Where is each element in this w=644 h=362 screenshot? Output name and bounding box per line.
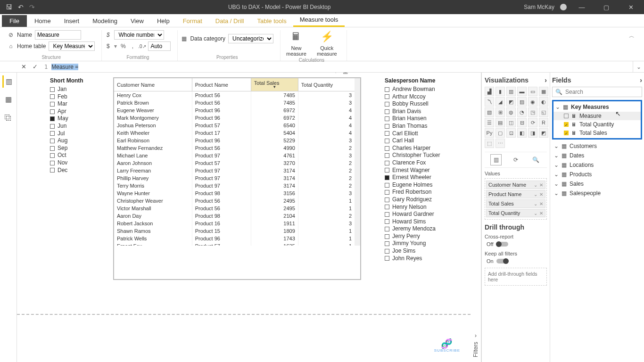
table-row[interactable]: Terry MorrisProduct 9731742 <box>114 182 355 189</box>
sp-item[interactable]: Fred Robertson <box>385 189 455 196</box>
close-button[interactable]: ✕ <box>621 0 640 14</box>
field-total-sales[interactable]: 🖩 Total Sales <box>553 129 641 137</box>
checkbox[interactable] <box>385 212 389 217</box>
viz-type-17[interactable]: ◱ <box>539 107 548 117</box>
fields-tab-icon[interactable]: ▥ <box>490 154 502 165</box>
drill-through-dropzone[interactable]: Add drill-through fields here <box>485 268 547 286</box>
checkbox[interactable] <box>50 139 55 143</box>
checkbox[interactable] <box>385 124 389 129</box>
checkbox[interactable] <box>50 124 55 129</box>
checkbox[interactable] <box>50 146 55 151</box>
value-pill-total-quantity[interactable]: Total Quantity⌄✕ <box>486 209 545 217</box>
data-category-select[interactable]: Uncategorized <box>228 34 273 43</box>
sp-item[interactable]: Jerry Perry <box>385 233 455 240</box>
comma-icon[interactable]: , <box>129 43 136 49</box>
format-select[interactable]: Whole number <box>114 30 164 40</box>
table-row[interactable]: Matthew FernandezProduct 5649902 <box>114 144 355 152</box>
table-row[interactable]: Patrick BrownProduct 5674853 <box>114 99 355 107</box>
filters-pane-collapsed[interactable]: Filters › <box>471 73 481 362</box>
table-row[interactable]: Aaron DayProduct 9821042 <box>114 212 355 220</box>
values-well[interactable]: Customer Name⌄✕Product Name⌄✕Total Sales… <box>485 178 547 220</box>
sp-item[interactable]: Bobby Russell <box>385 100 455 108</box>
tab-measure-tools[interactable]: Measure tools <box>293 14 345 27</box>
remove-icon[interactable]: ✕ <box>539 211 543 216</box>
remove-icon[interactable]: ✕ <box>539 182 543 188</box>
tab-home[interactable]: Home <box>28 15 58 27</box>
measure-name-input[interactable] <box>35 30 81 40</box>
chevron-down-icon[interactable]: ⌄ <box>554 152 559 159</box>
viz-type-30[interactable]: ⬚ <box>485 139 494 148</box>
checkbox[interactable] <box>385 256 389 261</box>
viz-type-14[interactable]: ◍ <box>506 107 516 117</box>
filter-icon[interactable]: ⧩ <box>333 73 338 74</box>
restore-button[interactable]: ▢ <box>597 0 616 14</box>
viz-type-20[interactable]: ◫ <box>506 118 516 127</box>
chevron-down-icon[interactable]: ⌄ <box>534 192 537 197</box>
minimize-button[interactable]: — <box>572 0 591 14</box>
table-locations[interactable]: ⌄▦Locations <box>552 160 642 170</box>
chevron-down-icon[interactable]: ⌄ <box>554 143 559 149</box>
viz-type-10[interactable]: ◉ <box>528 97 537 107</box>
col-product-name[interactable]: Product Name <box>192 78 251 91</box>
checkbox[interactable] <box>385 146 389 151</box>
value-pill-customer-name[interactable]: Customer Name⌄✕ <box>486 181 545 189</box>
checkbox[interactable] <box>50 87 55 92</box>
sp-item[interactable]: Brian Thomas <box>385 123 455 130</box>
more-options-icon[interactable]: ⋯ <box>353 73 358 74</box>
viz-type-5[interactable]: ▦ <box>539 87 548 96</box>
month-item-Jun[interactable]: Jun <box>50 123 102 130</box>
new-measure-button[interactable]: 🖩 New measure <box>283 30 309 57</box>
checkbox-checked[interactable] <box>564 131 569 135</box>
month-item-Dec[interactable]: Dec <box>50 167 102 174</box>
table-customers[interactable]: ⌄▦Customers <box>552 141 642 151</box>
checkbox[interactable] <box>385 102 389 107</box>
model-view-button[interactable]: ⿻ <box>2 111 15 123</box>
table-salespeople[interactable]: ⌄▦Salespeople <box>552 189 642 198</box>
viz-type-28[interactable]: ◨ <box>528 128 537 138</box>
checkbox[interactable] <box>50 116 55 121</box>
viz-type-11[interactable]: ◐ <box>539 97 548 107</box>
checkbox[interactable] <box>50 131 55 136</box>
viz-type-23[interactable]: R <box>539 118 548 127</box>
col-customer-name[interactable]: Customer Name <box>114 78 192 91</box>
viz-type-12[interactable]: ▧ <box>485 107 494 117</box>
chevron-down-icon[interactable]: ⌄ <box>555 104 560 110</box>
scrollbar-thumb[interactable] <box>355 79 360 107</box>
table-products[interactable]: ⌄▦Products <box>552 170 642 179</box>
checkbox[interactable] <box>50 102 55 107</box>
percent-icon[interactable]: % <box>120 43 126 49</box>
checkbox[interactable] <box>385 183 389 188</box>
month-item-May[interactable]: May <box>50 115 102 123</box>
viz-type-19[interactable]: ▤ <box>495 118 505 127</box>
table-row[interactable]: Earl RobinsonProduct 9652293 <box>114 137 355 144</box>
col-total-quantity[interactable]: Total Quantity <box>298 78 355 91</box>
sp-item[interactable]: Gary Rodriguez <box>385 196 455 204</box>
sp-item[interactable]: Clarence Fox <box>385 159 455 167</box>
collapse-viz-icon[interactable]: › <box>545 76 547 84</box>
table-row[interactable]: Michael LaneProduct 9747613 <box>114 152 355 159</box>
table-row[interactable]: Victor MarshallProduct 5624951 <box>114 205 355 212</box>
sp-item[interactable]: Henry Nelson <box>385 204 455 211</box>
table-row[interactable]: Keith WheelerProduct 1754044 <box>114 129 355 137</box>
cross-report-toggle[interactable]: Off <box>487 241 547 247</box>
formula-input[interactable]: Measure = <box>51 64 78 70</box>
col-total-sales[interactable]: Total Sales▼ <box>251 78 298 91</box>
remove-icon[interactable]: ✕ <box>539 201 543 206</box>
viz-type-27[interactable]: ◧ <box>517 128 527 138</box>
remove-icon[interactable]: ✕ <box>539 192 543 197</box>
save-icon[interactable]: 🖫 <box>6 3 12 11</box>
sp-item[interactable]: Ernest Wagner <box>385 167 455 174</box>
checkbox[interactable] <box>385 175 389 180</box>
viz-type-24[interactable]: Py <box>485 128 494 138</box>
viz-type-3[interactable]: ▬ <box>517 87 527 96</box>
fields-search-input[interactable] <box>565 89 639 95</box>
table-row[interactable]: Robert JacksonProduct 1619113 <box>114 220 355 227</box>
sp-item[interactable]: Charles Harper <box>385 145 455 152</box>
viz-type-22[interactable]: ⟳ <box>528 118 537 127</box>
viz-type-16[interactable]: ◳ <box>528 107 537 117</box>
viz-type-9[interactable]: ▨ <box>517 97 527 107</box>
sp-item[interactable]: Arthur Mccoy <box>385 93 455 101</box>
month-item-Apr[interactable]: Apr <box>50 108 102 115</box>
chevron-down-icon[interactable]: ⌄ <box>554 171 559 178</box>
report-canvas[interactable]: Short Month JanFebMarAprMayJunJulAugSepO… <box>17 73 471 362</box>
